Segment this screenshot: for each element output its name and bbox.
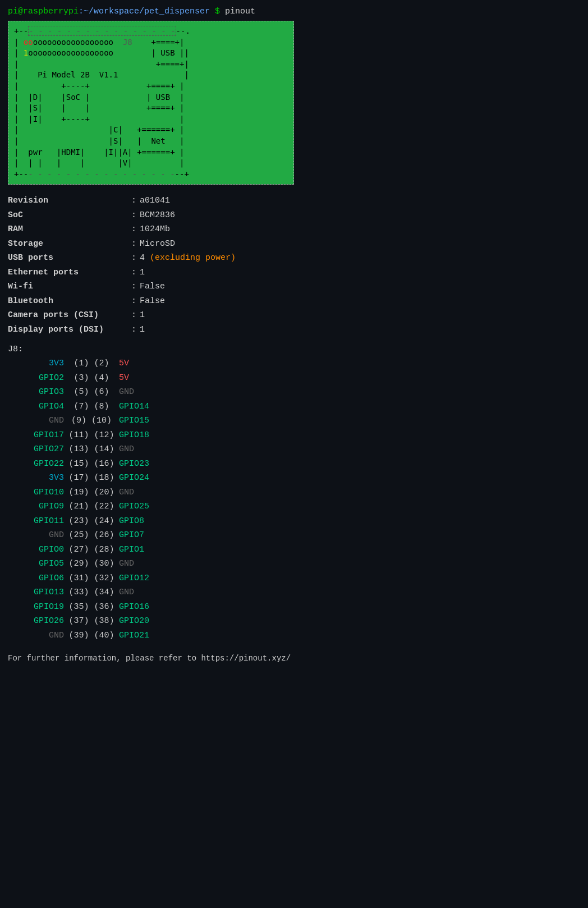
gpio-right-label: GPIO1 (119, 543, 169, 557)
usb-label: USB ports (8, 251, 131, 265)
eth-label: Ethernet ports (8, 265, 131, 280)
gpio-left-label: 3V3 (19, 471, 64, 485)
soc-value: BCM2836 (140, 208, 175, 223)
ram-value: 1024Mb (140, 222, 170, 237)
usb-row: USB ports : 4 (excluding power) (8, 251, 580, 265)
gpio-pin-numbers: (39) (40) (66, 629, 117, 643)
gpio-row: GPIO10 (19) (20) GND (8, 485, 580, 500)
gpio-left-label: GPIO9 (19, 499, 64, 514)
dsi-value: 1 (140, 323, 145, 337)
gpio-pin-numbers: (19) (20) (66, 485, 117, 500)
gpio-pin-numbers: (27) (28) (66, 543, 117, 557)
eth-row: Ethernet ports : 1 (8, 265, 580, 280)
gpio-left-label: GPIO27 (19, 442, 64, 457)
wifi-label: Wi-fi (8, 279, 131, 294)
prompt-dollar: $ (210, 7, 220, 16)
gpio-row: 3V3 (1) (2) 5V (8, 356, 580, 371)
eth-colon: : (131, 265, 136, 280)
wifi-row: Wi-fi : False (8, 279, 580, 294)
gpio-left-label: GND (19, 629, 64, 643)
terminal-header: pi@raspberrypi:~/workspace/pet_dispenser… (8, 6, 580, 17)
gpio-pin-numbers: (37) (38) (66, 614, 117, 629)
gpio-row: GPIO27 (13) (14) GND (8, 442, 580, 457)
wifi-colon: : (131, 279, 136, 294)
bt-value: False (140, 294, 165, 309)
gpio-right-label: GND (119, 485, 169, 500)
gpio-left-label: GPIO26 (19, 614, 64, 629)
usb-colon: : (131, 251, 136, 265)
gpio-right-label: GPIO25 (119, 499, 169, 514)
dsi-label: Display ports (DSI) (8, 323, 131, 337)
dsi-row: Display ports (DSI) : 1 (8, 323, 580, 337)
csi-row: Camera ports (CSI) : 1 (8, 308, 580, 323)
gpio-pin-numbers: (1) (2) (66, 356, 117, 371)
gpio-left-label: GND (19, 414, 64, 428)
gpio-row: GPIO26 (37) (38) GPIO20 (8, 614, 580, 629)
gpio-right-label: GPIO24 (119, 471, 169, 485)
storage-label: Storage (8, 237, 131, 251)
soc-colon: : (131, 208, 136, 223)
bt-colon: : (131, 294, 136, 309)
prompt-path: :~/workspace/pet_dispenser (79, 7, 210, 16)
soc-label: SoC (8, 208, 131, 223)
gpio-right-label: GND (119, 557, 169, 571)
gpio-right-label: GPIO16 (119, 600, 169, 614)
gpio-right-label: GPIO12 (119, 571, 169, 586)
gpio-pin-numbers: (15) (16) (66, 457, 117, 471)
wifi-value: False (140, 279, 165, 294)
revision-colon: : (131, 194, 136, 208)
gpio-right-label: GND (119, 585, 169, 600)
gpio-row: GPIO13 (33) (34) GND (8, 585, 580, 600)
gpio-row: GND (39) (40) GPIO21 (8, 629, 580, 643)
csi-value: 1 (140, 308, 145, 323)
gpio-pin-numbers: (25) (26) (66, 528, 117, 543)
bt-row: Bluetooth : False (8, 294, 580, 309)
gpio-left-label: GPIO3 (19, 385, 64, 400)
board-diagram: +--- - - - - - - - - - - - - - - ---. | … (8, 21, 580, 185)
revision-row: Revision : a01041 (8, 194, 580, 208)
usb-value: 4 (140, 251, 145, 265)
info-section: Revision : a01041 SoC : BCM2836 RAM : 10… (8, 194, 580, 337)
gpio-right-label: GPIO7 (119, 528, 169, 543)
gpio-pin-numbers: (3) (4) (66, 371, 117, 386)
gpio-row: GPIO5 (29) (30) GND (8, 557, 580, 571)
gpio-pin-numbers: (31) (32) (66, 571, 117, 586)
gpio-left-label: GND (19, 528, 64, 543)
storage-colon: : (131, 237, 136, 251)
gpio-pin-numbers: (5) (6) (66, 385, 117, 400)
gpio-section: J8: 3V3 (1) (2) 5V GPIO2 (3) (4) 5V GPIO… (8, 345, 580, 643)
gpio-row: GPIO6 (31) (32) GPIO12 (8, 571, 580, 586)
revision-value: a01041 (140, 194, 170, 208)
footer-note: For further information, please refer to… (8, 654, 580, 663)
soc-row: SoC : BCM2836 (8, 208, 580, 223)
gpio-row: GPIO17 (11) (12) GPIO18 (8, 428, 580, 443)
gpio-row: GND (9) (10) GPIO15 (8, 414, 580, 428)
bt-label: Bluetooth (8, 294, 131, 309)
gpio-row: GPIO0 (27) (28) GPIO1 (8, 543, 580, 557)
gpio-pin-numbers: (29) (30) (66, 557, 117, 571)
storage-row: Storage : MicroSD (8, 237, 580, 251)
gpio-left-label: GPIO22 (19, 457, 64, 471)
gpio-row: GPIO22 (15) (16) GPIO23 (8, 457, 580, 471)
usb-note: (excluding power) (145, 251, 236, 265)
gpio-pin-numbers: (35) (36) (66, 600, 117, 614)
gpio-left-label: GPIO2 (19, 371, 64, 386)
ram-row: RAM : 1024Mb (8, 222, 580, 237)
gpio-left-label: GPIO19 (19, 600, 64, 614)
gpio-pin-numbers: (33) (34) (66, 585, 117, 600)
gpio-left-label: GPIO5 (19, 557, 64, 571)
board-ascii: +--- - - - - - - - - - - - - - - ---. | … (8, 21, 294, 185)
gpio-pin-numbers: (7) (8) (66, 400, 117, 414)
gpio-pin-numbers: (9) (10) (66, 414, 117, 428)
gpio-left-label: GPIO13 (19, 585, 64, 600)
gpio-left-label: 3V3 (19, 356, 64, 371)
gpio-left-label: GPIO0 (19, 543, 64, 557)
gpio-pin-numbers: (21) (22) (66, 499, 117, 514)
gpio-row: GPIO19 (35) (36) GPIO16 (8, 600, 580, 614)
gpio-right-label: GND (119, 385, 169, 400)
revision-label: Revision (8, 194, 131, 208)
gpio-right-label: GND (119, 442, 169, 457)
gpio-row: 3V3 (17) (18) GPIO24 (8, 471, 580, 485)
gpio-pin-numbers: (23) (24) (66, 514, 117, 529)
j8-label: J8: (8, 345, 580, 354)
